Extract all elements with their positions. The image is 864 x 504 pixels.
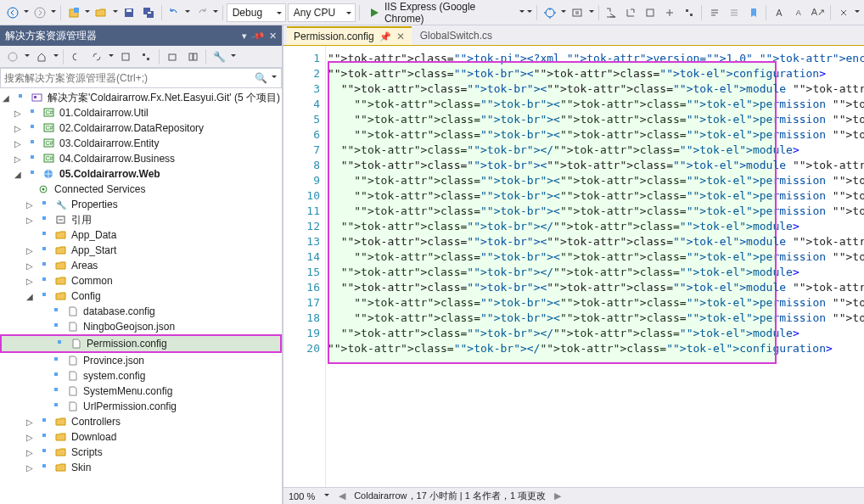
code-line[interactable]: "">tok-attr">class="">tok-br"><"">tok-at… <box>328 112 864 127</box>
expander-icon[interactable]: ▷ <box>12 124 24 133</box>
nav-back-dropdown[interactable] <box>23 6 30 20</box>
code-line[interactable]: "">tok-attr">class="">tok-br"><"">tok-at… <box>328 280 864 295</box>
tree-node[interactable]: ▷Download <box>0 429 282 445</box>
format-button[interactable]: A↗ <box>809 3 827 22</box>
code-line[interactable]: "">tok-attr">class="">tok-br"><"">tok-at… <box>328 249 864 265</box>
tree-node[interactable]: ▷Scripts <box>0 445 282 460</box>
tree-node[interactable]: UrlPermission.config <box>0 399 282 414</box>
font-dec-button[interactable]: A <box>789 3 807 22</box>
code-line[interactable]: "">tok-attr">class="">tok-br"><"">tok-at… <box>328 66 864 81</box>
tree-node[interactable]: ◢05.Coldairarrow.Web <box>0 166 282 182</box>
code-line[interactable]: "">tok-attr">class="">tok-br"></"">tok-a… <box>328 265 864 280</box>
tree-node[interactable]: ▷🔧Properties <box>0 197 282 212</box>
tree-node[interactable]: ◢解决方案'Coldairarrow.Fx.Net.Easyui.Git' (5… <box>0 90 282 105</box>
expander-icon[interactable]: ▷ <box>12 109 24 118</box>
expander-icon[interactable]: ▷ <box>24 417 36 427</box>
run-dropdown[interactable] <box>527 6 534 20</box>
search-dropdown[interactable] <box>271 71 278 85</box>
sync-button[interactable] <box>834 3 852 22</box>
tree-node[interactable]: ▷Common <box>0 273 282 288</box>
code-line[interactable]: "">tok-attr">class="">tok-br"><"">tok-at… <box>328 234 864 249</box>
code-editor[interactable]: 1234567891011121314151617181920 "">tok-a… <box>283 46 864 487</box>
bookmark-button[interactable] <box>744 3 762 22</box>
tree-node[interactable]: ▷C#03.Coldairarrow.Entity <box>0 136 282 151</box>
expander-icon[interactable]: ▷ <box>24 261 36 271</box>
code-line[interactable]: "">tok-attr">class="">tok-br"><"">tok-at… <box>328 158 864 173</box>
nav-back-button[interactable] <box>3 3 21 22</box>
tree-view[interactable]: ◢解决方案'Coldairarrow.Fx.Net.Easyui.Git' (5… <box>0 88 282 504</box>
panel-close-button[interactable]: ✕ <box>269 31 277 42</box>
se-properties-button[interactable] <box>163 48 182 66</box>
tree-node[interactable]: database.config <box>0 304 282 319</box>
browse-dropdown[interactable] <box>560 6 567 20</box>
save-button[interactable] <box>121 3 138 22</box>
expander-icon[interactable]: ▷ <box>24 216 36 225</box>
new-project-dropdown[interactable] <box>84 6 91 20</box>
stop-button[interactable] <box>680 3 698 22</box>
step-out-button[interactable] <box>641 3 659 22</box>
new-project-button[interactable] <box>65 3 82 22</box>
tree-node[interactable]: SystemMenu.config <box>0 384 282 399</box>
panel-menu-button[interactable]: ▾ <box>242 31 247 42</box>
tree-node[interactable]: Province.json <box>0 353 282 368</box>
tree-node[interactable]: system.config <box>0 368 282 384</box>
code-line[interactable]: "">tok-attr">class="">tok-br"></"">tok-a… <box>328 143 864 158</box>
expander-icon[interactable]: ▷ <box>12 139 24 148</box>
attach-button[interactable] <box>569 3 586 22</box>
tree-node[interactable]: ▷Controllers <box>0 414 282 429</box>
code-line[interactable]: "">tok-attr">class="">tok-br"><"">tok-at… <box>328 188 864 204</box>
font-inc-button[interactable]: A <box>770 3 788 22</box>
code-line[interactable]: "">tok-attr">class="">tok-br"><"">tok-at… <box>328 295 864 311</box>
redo-button[interactable] <box>193 3 210 22</box>
tab-pin-icon[interactable]: 📌 <box>379 31 391 42</box>
se-home-dropdown[interactable] <box>53 50 59 64</box>
code-line[interactable]: "">tok-attr">class="">tok-br"><"">tok-at… <box>328 173 864 188</box>
tree-node[interactable]: ▷Skin <box>0 460 282 475</box>
expander-icon[interactable]: ▷ <box>24 433 36 442</box>
blame-info[interactable]: Coldairarrow，17 小时前 | 1 名作者，1 项更改 <box>354 490 546 502</box>
code-line[interactable]: "">tok-attr">class="">tok-br"><"">tok-at… <box>328 97 864 112</box>
expander-icon[interactable]: ▷ <box>24 463 36 473</box>
comment-button[interactable] <box>705 3 723 22</box>
redo-dropdown[interactable] <box>212 6 219 20</box>
tree-node[interactable]: App_Data <box>0 227 282 243</box>
step-over-button[interactable] <box>621 3 639 22</box>
expander-icon[interactable]: ▷ <box>24 200 36 210</box>
code-line[interactable]: "">tok-attr">class="">tok-pi"><?xml "">t… <box>328 51 864 66</box>
tree-node[interactable]: Connected Services <box>0 182 282 197</box>
se-sync-button[interactable] <box>67 48 86 66</box>
search-input[interactable] <box>4 72 255 84</box>
attach-dropdown[interactable] <box>588 6 595 20</box>
expander-icon[interactable]: ◢ <box>24 292 36 301</box>
nav-fwd-button[interactable] <box>31 3 49 22</box>
se-refresh-button[interactable] <box>87 48 106 66</box>
se-preview-button[interactable] <box>183 48 202 66</box>
search-icon[interactable]: 🔍 <box>255 72 267 84</box>
code-line[interactable]: "">tok-attr">class="">tok-br"><"">tok-at… <box>328 204 864 219</box>
code-line[interactable]: "">tok-attr">class="">tok-br"><"">tok-at… <box>328 81 864 97</box>
expander-icon[interactable]: ▷ <box>24 448 36 457</box>
run-target-dropdown[interactable] <box>519 6 525 20</box>
config-combo[interactable]: Debug <box>227 3 286 22</box>
tree-node[interactable]: ◢Config <box>0 288 282 304</box>
se-back-dropdown[interactable] <box>24 50 31 64</box>
zoom-level[interactable]: 100 % <box>289 491 315 501</box>
expander-icon[interactable]: ▷ <box>24 246 36 255</box>
zoom-dropdown[interactable] <box>323 490 330 503</box>
uncomment-button[interactable] <box>725 3 743 22</box>
code-content[interactable]: "">tok-attr">class="">tok-pi"><?xml "">t… <box>326 46 864 487</box>
open-file-button[interactable] <box>93 3 110 22</box>
code-line[interactable]: "">tok-attr">class="">tok-br"><"">tok-at… <box>328 311 864 326</box>
code-line[interactable]: "">tok-attr">class="">tok-br"></"">tok-a… <box>328 341 864 356</box>
undo-button[interactable] <box>165 3 182 22</box>
browse-button[interactable] <box>541 3 558 22</box>
code-line[interactable]: "">tok-attr">class="">tok-br"></"">tok-a… <box>328 326 864 341</box>
expander-icon[interactable]: ▷ <box>12 154 24 164</box>
code-line[interactable]: "">tok-attr">class="">tok-br"></"">tok-a… <box>328 219 864 234</box>
se-showall-button[interactable] <box>116 48 135 66</box>
run-button[interactable]: IIS Express (Google Chrome) <box>363 3 517 22</box>
tree-node[interactable]: NingboGeojson.json <box>0 319 282 334</box>
tree-node[interactable]: ▷引用 <box>0 212 282 227</box>
code-line[interactable]: "">tok-attr">class="">tok-br"><"">tok-at… <box>328 127 864 143</box>
expander-icon[interactable]: ◢ <box>12 170 24 179</box>
